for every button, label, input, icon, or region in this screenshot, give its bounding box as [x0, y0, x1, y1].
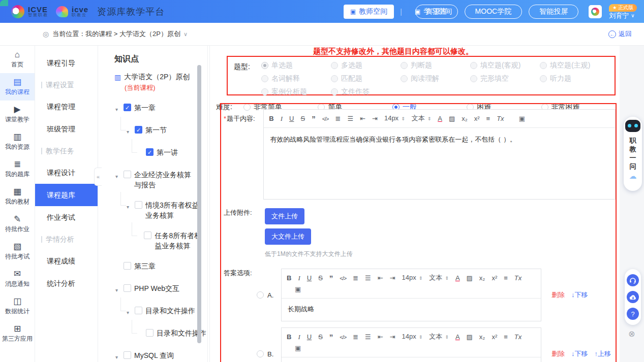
expand-arrow-icon[interactable]: ▾: [127, 308, 132, 318]
ordered-list-icon[interactable]: ≣: [335, 114, 341, 123]
nav-item[interactable]: 课程引导: [35, 52, 98, 74]
underline-icon[interactable]: U: [289, 114, 294, 123]
answer-editor-content[interactable]: 短期目标: [282, 357, 541, 362]
highlight-icon[interactable]: ▨: [467, 274, 473, 283]
nav-item[interactable]: 课程题库: [35, 184, 98, 206]
indent-icon[interactable]: ⇥: [390, 274, 395, 283]
highlight-icon[interactable]: ▨: [449, 114, 455, 123]
smart-casting-button[interactable]: 智能投屏: [529, 5, 578, 19]
move-down-option-button[interactable]: ↓下移: [571, 349, 588, 358]
outdent-icon[interactable]: ⇤: [378, 274, 383, 283]
text-color-icon[interactable]: A: [455, 274, 460, 283]
subscript-icon[interactable]: x₂: [462, 114, 468, 123]
highlight-icon[interactable]: ▨: [467, 333, 473, 342]
line-height-icon[interactable]: ≡: [504, 333, 508, 342]
subscript-icon[interactable]: x₂: [479, 333, 485, 342]
tree-node[interactable]: ▾企业经济业务核算与报告: [115, 170, 207, 190]
expand-arrow-icon[interactable]: ▾: [127, 202, 132, 212]
tree-checkbox[interactable]: ✓: [124, 104, 131, 111]
tree-checkbox[interactable]: ✓: [135, 126, 142, 134]
unordered-list-icon[interactable]: ☰: [365, 274, 371, 283]
font-size-icon[interactable]: 14px⇕: [402, 332, 423, 342]
sidebar-item-my-resources[interactable]: ▥我的资源: [0, 128, 35, 155]
tree-checkbox[interactable]: [124, 284, 131, 292]
italic-icon[interactable]: I: [298, 274, 300, 283]
clear-format-icon[interactable]: Tx: [514, 274, 522, 283]
delete-option-button[interactable]: 删除: [551, 349, 565, 358]
delete-option-button[interactable]: 删除: [551, 290, 565, 300]
superscript-icon[interactable]: x²: [492, 274, 497, 283]
file-upload-button[interactable]: 文件上传: [265, 208, 304, 224]
resource-library-button[interactable]: 资源库: [415, 5, 458, 19]
big-file-upload-button[interactable]: 大文件上传: [265, 228, 311, 245]
code-icon[interactable]: </>: [340, 333, 346, 342]
tree-checkbox[interactable]: [135, 307, 142, 314]
clear-format-icon[interactable]: Tx: [497, 114, 504, 123]
sidebar-item-my-textbooks[interactable]: ▦我的教材: [0, 183, 35, 210]
stem-editor-content[interactable]: 有效的战略风险管理流程应当确保商业银行各项内容紧密联系在一起，不包括（ ）。: [264, 128, 615, 199]
tree-checkbox[interactable]: [124, 262, 131, 270]
mooc-academy-button[interactable]: MOOC学院: [465, 5, 523, 19]
tree-checkbox[interactable]: [146, 329, 154, 337]
nav-item[interactable]: 班级管理: [35, 118, 98, 140]
ordered-list-icon[interactable]: ≣: [353, 274, 358, 283]
sidebar-item-pending-exams[interactable]: ▧待批考试: [0, 238, 35, 265]
expand-arrow-icon[interactable]: ▾: [115, 285, 120, 295]
answer-radio[interactable]: [257, 291, 264, 299]
font-size-icon[interactable]: 14px⇕: [402, 273, 423, 283]
sidebar-item-my-courses[interactable]: ▤我的课程: [0, 73, 35, 101]
expand-arrow-icon[interactable]: ▾: [115, 105, 120, 115]
move-up-option-button[interactable]: ↑上移: [595, 349, 611, 358]
tree-node[interactable]: ▾✓第一节: [127, 125, 207, 137]
nav-item[interactable]: 作业考试: [35, 206, 98, 228]
user-box[interactable]: ★ 正式版 刘育宁∨: [609, 3, 637, 20]
close-widgets-icon[interactable]: ⊗: [628, 329, 635, 339]
sidebar-item-pending-homework[interactable]: ✎待批作业: [0, 210, 35, 238]
italic-icon[interactable]: I: [298, 333, 300, 342]
sidebar-item-my-question-bank[interactable]: ≣我的题库: [0, 155, 35, 183]
subscript-icon[interactable]: x₂: [479, 274, 485, 283]
tab-teacher-space[interactable]: ▣教师空间: [344, 5, 394, 19]
superscript-icon[interactable]: x²: [474, 114, 480, 123]
code-icon[interactable]: </>: [340, 274, 346, 283]
image-icon[interactable]: ▣: [295, 285, 301, 294]
expand-arrow-icon[interactable]: ▾: [115, 352, 120, 362]
strikethrough-icon[interactable]: S: [318, 274, 323, 283]
tree-checkbox[interactable]: [135, 201, 142, 209]
superscript-icon[interactable]: x²: [492, 333, 497, 342]
indent-icon[interactable]: ⇥: [390, 333, 395, 342]
text-color-icon[interactable]: A: [455, 333, 460, 342]
strikethrough-icon[interactable]: S: [300, 114, 305, 123]
collapse-sidebar-button[interactable]: «: [94, 168, 102, 186]
blockquote-icon[interactable]: ”: [329, 274, 333, 283]
tree-node[interactable]: ▾情境3所有者权益业务核算: [127, 200, 207, 220]
sidebar-item-third-party-apps[interactable]: ⊞第三方应用: [0, 320, 35, 347]
nav-item[interactable]: 课程成绩: [35, 250, 98, 272]
font-size-icon[interactable]: 14px⇕: [384, 114, 405, 123]
sidebar-item-data-statistics[interactable]: ◫数据统计: [0, 292, 35, 320]
blockquote-icon[interactable]: ”: [312, 114, 316, 123]
ai-assistant-widget[interactable]: 职教一问 ☁: [624, 117, 642, 191]
underline-icon[interactable]: U: [307, 274, 312, 283]
tree-checkbox[interactable]: [124, 171, 131, 178]
underline-icon[interactable]: U: [307, 333, 312, 342]
tree-scrollbar[interactable]: [197, 65, 201, 343]
ordered-list-icon[interactable]: ≣: [353, 333, 358, 342]
tree-node[interactable]: ▾目录和文件操作: [127, 306, 207, 318]
tree-course-root[interactable]: ▥ 大学语文（2P）原创: [114, 73, 207, 82]
nav-item[interactable]: 统计分析: [35, 272, 98, 294]
unordered-list-icon[interactable]: ☰: [365, 333, 371, 342]
font-family-icon[interactable]: 文本⇕: [412, 114, 432, 123]
font-family-icon[interactable]: 文本⇕: [429, 273, 449, 283]
clear-format-icon[interactable]: Tx: [514, 333, 522, 342]
font-family-icon[interactable]: 文本⇕: [429, 332, 449, 342]
expand-arrow-icon[interactable]: ▾: [115, 172, 120, 182]
breadcrumb-path[interactable]: 我的课程 > 大学语文（2P）原创: [85, 29, 180, 39]
tree-node[interactable]: ▾MySQL 查询: [115, 350, 207, 362]
move-down-option-button[interactable]: ↓下移: [571, 290, 588, 300]
tree-checkbox[interactable]: ✓: [146, 148, 154, 156]
text-color-icon[interactable]: A: [438, 114, 442, 123]
expand-arrow-icon[interactable]: ▾: [127, 127, 132, 137]
outdent-icon[interactable]: ⇤: [360, 114, 365, 123]
strikethrough-icon[interactable]: S: [318, 333, 323, 342]
